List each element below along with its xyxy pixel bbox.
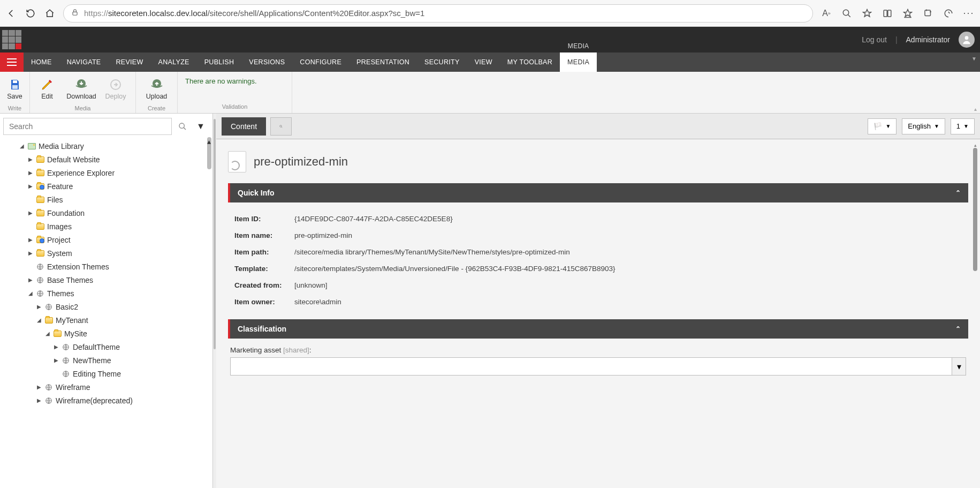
ribbon-collapse-icon[interactable]: ▼ xyxy=(971,56,977,62)
chevron-up-icon: ⌃ xyxy=(955,189,961,197)
sitecore-logo-icon[interactable] xyxy=(2,30,21,49)
version-dropdown[interactable]: 1▼ xyxy=(951,118,975,134)
chevron-right-icon[interactable]: ▶ xyxy=(35,304,43,310)
tree-node[interactable]: ▶Experience Explorer xyxy=(0,166,212,179)
address-bar[interactable]: https://sitecoreten.localsc.dev.local/si… xyxy=(63,4,813,22)
user-label[interactable]: Administrator xyxy=(906,35,950,44)
language-dropdown[interactable]: English▼ xyxy=(902,118,945,134)
tab-presentation[interactable]: PRESENTATION xyxy=(349,52,417,72)
tab-mytoolbar[interactable]: MY TOOLBAR xyxy=(500,52,560,72)
tab-view[interactable]: VIEW xyxy=(467,52,500,72)
content-scrollbar[interactable]: ▴ xyxy=(973,142,978,282)
tab-configure[interactable]: CONFIGURE xyxy=(292,52,349,72)
tree-node[interactable]: ▶Default Website xyxy=(0,153,212,166)
info-key: Item name: xyxy=(231,228,290,243)
content-tree[interactable]: ▴ ◢Media Library▶Default Website▶Experie… xyxy=(0,137,212,488)
zoom-icon[interactable] xyxy=(841,7,853,19)
tab-analyze[interactable]: ANALYZE xyxy=(151,52,197,72)
chevron-right-icon[interactable]: ▶ xyxy=(27,210,34,216)
info-value[interactable]: /sitecore/templates/System/Media/Unversi… xyxy=(291,261,965,276)
favorites-bar-icon[interactable] xyxy=(902,7,914,19)
tree-node[interactable]: ▶DefaultTheme xyxy=(0,340,212,354)
tree-node[interactable]: ▶Wireframe xyxy=(0,380,212,394)
chevron-down-icon[interactable]: ◢ xyxy=(27,290,34,296)
info-value[interactable]: {14DFE9DC-C807-447F-A2DA-C85EC42DE5E8} xyxy=(291,211,965,227)
refresh-button[interactable] xyxy=(25,7,36,19)
tree-node[interactable]: ▶NewTheme xyxy=(0,354,212,367)
info-value[interactable]: pre-optimized-min xyxy=(291,228,965,243)
tree-node[interactable]: ▶Wireframe(deprecated) xyxy=(0,394,212,407)
tree-node-label: System xyxy=(47,249,72,258)
content-tab[interactable]: Content xyxy=(222,117,266,136)
chevron-right-icon[interactable]: ▶ xyxy=(27,156,34,162)
favorite-icon[interactable] xyxy=(861,7,873,19)
classification-section-header[interactable]: Classification ⌃ xyxy=(228,319,968,339)
chevron-down-icon[interactable]: ◢ xyxy=(35,317,43,323)
save-button[interactable]: Save xyxy=(0,73,29,104)
chevron-right-icon[interactable]: ▶ xyxy=(27,183,34,189)
tree-node[interactable]: ▶Project xyxy=(0,233,212,246)
chevron-right-icon[interactable]: ▶ xyxy=(27,277,34,283)
marketing-asset-dropdown-icon[interactable]: ▾ xyxy=(952,357,966,376)
home-button[interactable] xyxy=(44,7,56,19)
read-aloud-icon[interactable]: A» xyxy=(821,7,832,19)
chevron-right-icon[interactable]: ▶ xyxy=(35,397,43,403)
back-button[interactable] xyxy=(5,7,17,19)
tab-navigate[interactable]: NAVIGATE xyxy=(59,52,109,72)
tab-home[interactable]: HOME xyxy=(24,52,59,72)
tree-node-media-library[interactable]: ◢Media Library xyxy=(0,139,212,153)
flag-dropdown[interactable]: 🏳️▼ xyxy=(868,118,897,134)
performance-icon[interactable] xyxy=(943,7,954,19)
info-value[interactable]: /sitecore/media library/Themes/MyTenant/… xyxy=(291,244,965,260)
svg-rect-5 xyxy=(925,10,931,16)
tree-node[interactable]: ▶System xyxy=(0,246,212,260)
chevron-down-icon[interactable]: ◢ xyxy=(18,143,26,149)
tree-node[interactable]: ▶Files xyxy=(0,193,212,206)
theme-icon xyxy=(61,356,71,365)
logout-link[interactable]: Log out xyxy=(862,35,887,44)
tab-security[interactable]: SECURITY xyxy=(417,52,467,72)
svg-rect-3 xyxy=(888,10,891,17)
ribbon-tabs: HOME NAVIGATE REVIEW ANALYZE PUBLISH VER… xyxy=(0,52,980,72)
tab-media[interactable]: Media MEDIA xyxy=(560,52,597,72)
chevron-right-icon[interactable]: ▶ xyxy=(27,237,34,243)
tree-node[interactable]: ▶Feature xyxy=(0,179,212,193)
chevron-right-icon[interactable]: ▶ xyxy=(35,384,43,390)
info-value[interactable]: sitecore\admin xyxy=(291,294,965,310)
menu-button[interactable] xyxy=(0,52,24,72)
avatar-icon[interactable] xyxy=(959,32,975,48)
split-screen-icon[interactable] xyxy=(882,7,893,19)
tab-versions[interactable]: VERSIONS xyxy=(241,52,292,72)
tree-node[interactable]: ▶Basic2 xyxy=(0,300,212,313)
chevron-right-icon[interactable]: ▶ xyxy=(27,170,34,176)
group-create-label: Create xyxy=(136,104,177,113)
tree-node[interactable]: ▶Extension Themes xyxy=(0,260,212,273)
ribbon-expand-icon[interactable]: ▴ xyxy=(974,106,977,112)
tree-node[interactable]: ◢MyTenant xyxy=(0,313,212,327)
chevron-right-icon[interactable]: ▶ xyxy=(52,357,60,363)
tab-publish[interactable]: PUBLISH xyxy=(197,52,242,72)
chevron-down-icon[interactable]: ◢ xyxy=(44,331,51,336)
upload-button[interactable]: Upload xyxy=(136,73,177,104)
info-value[interactable]: [unknown] xyxy=(291,277,965,293)
chevron-right-icon[interactable]: ▶ xyxy=(52,344,60,350)
search-dropdown-icon[interactable]: ▼ xyxy=(193,119,208,134)
content-search-tab[interactable] xyxy=(270,117,292,136)
tree-node[interactable]: ▶Foundation xyxy=(0,206,212,220)
more-icon[interactable]: ··· xyxy=(963,7,975,19)
search-icon[interactable] xyxy=(175,119,190,134)
search-input[interactable] xyxy=(3,118,172,135)
chevron-right-icon[interactable]: ▶ xyxy=(27,250,34,256)
tree-node[interactable]: ▶Editing Theme xyxy=(0,367,212,380)
marketing-asset-input[interactable] xyxy=(230,357,952,376)
tree-node[interactable]: ▶Images xyxy=(0,220,212,233)
download-button[interactable]: Download xyxy=(64,73,98,104)
collections-icon[interactable] xyxy=(922,7,934,19)
svg-rect-0 xyxy=(73,12,77,15)
tree-node[interactable]: ▶Base Themes xyxy=(0,273,212,287)
tree-node[interactable]: ◢MySite xyxy=(0,327,212,340)
quickinfo-section-header[interactable]: Quick Info ⌃ xyxy=(228,183,968,202)
tab-review[interactable]: REVIEW xyxy=(108,52,150,72)
edit-button[interactable]: Edit xyxy=(30,73,64,104)
tree-node[interactable]: ◢Themes xyxy=(0,287,212,300)
